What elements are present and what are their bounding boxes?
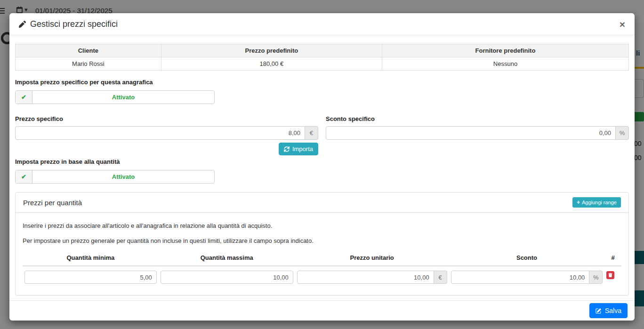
specific-price-toggle-state: Attivato bbox=[32, 91, 214, 104]
import-button[interactable]: Importa bbox=[279, 143, 318, 155]
pencil-icon bbox=[19, 21, 26, 28]
specific-price-toggle[interactable]: ✔ Attivato bbox=[15, 90, 215, 104]
specific-price-section-label: Imposta prezzo specifico per questa anag… bbox=[15, 79, 629, 86]
quantity-description-line-2: Per impostare un prezzo generale per qua… bbox=[23, 237, 621, 244]
add-range-button-label: Aggiungi range bbox=[582, 200, 617, 205]
row-discount-input[interactable] bbox=[451, 271, 590, 284]
qty-header-unit-price: Prezzo unitario bbox=[295, 252, 449, 266]
specific-price-input[interactable] bbox=[15, 126, 305, 140]
modal-footer: Salva bbox=[9, 300, 635, 321]
customer-summary-table: Cliente Prezzo predefinito Fornitore pre… bbox=[15, 44, 629, 71]
close-icon[interactable]: × bbox=[620, 19, 625, 29]
modal-header: Gestisci prezzi specifici × bbox=[9, 13, 635, 35]
euro-addon: € bbox=[434, 271, 447, 284]
plus-icon: + bbox=[577, 199, 580, 206]
table-row: € % bbox=[23, 266, 621, 285]
min-quantity-input[interactable] bbox=[24, 271, 157, 284]
max-quantity-input[interactable] bbox=[161, 271, 293, 284]
quantity-prices-panel-body: Inserire i prezzi da associare all'artic… bbox=[16, 213, 628, 295]
quantity-prices-panel-header: Prezzi per quantità + Aggiungi range bbox=[16, 193, 628, 213]
save-button-label: Salva bbox=[605, 307, 621, 314]
quantity-price-toggle[interactable]: ✔ Attivato bbox=[15, 170, 215, 184]
qty-header-actions: # bbox=[604, 252, 621, 266]
specific-discount-label: Sconto specifico bbox=[326, 115, 629, 122]
specific-discount-field-group: Sconto specifico % bbox=[326, 115, 629, 155]
modal-title-text: Gestisci prezzi specifici bbox=[30, 19, 118, 29]
quantity-description-line-1: Inserire i prezzi da associare all'artic… bbox=[23, 222, 621, 229]
euro-addon: € bbox=[305, 126, 318, 140]
specific-price-label: Prezzo specifico bbox=[15, 115, 318, 122]
summary-header-fornitore-predefinito: Fornitore predefinito bbox=[382, 44, 628, 57]
qty-header-min: Quantità minima bbox=[23, 252, 159, 266]
summary-header-prezzo-predefinito: Prezzo predefinito bbox=[161, 44, 382, 57]
quantity-prices-panel: Prezzi per quantità + Aggiungi range Ins… bbox=[15, 192, 629, 296]
specific-discount-input[interactable] bbox=[326, 126, 616, 140]
summary-cell-prezzo-predefinito: 180,00 € bbox=[161, 57, 382, 71]
summary-cell-cliente: Mario Rossi bbox=[16, 57, 161, 71]
modal-title: Gestisci prezzi specifici bbox=[19, 19, 118, 29]
specific-price-field-group: Prezzo specifico € Importa bbox=[15, 115, 318, 155]
save-button[interactable]: Salva bbox=[589, 303, 628, 318]
import-button-label: Importa bbox=[292, 145, 313, 152]
quantity-price-toggle-state: Attivato bbox=[32, 170, 214, 183]
add-range-button[interactable]: + Aggiungi range bbox=[572, 197, 621, 208]
edit-icon bbox=[596, 308, 602, 314]
manage-specific-prices-modal: Gestisci prezzi specifici × Cliente Prez… bbox=[9, 13, 635, 321]
quantity-price-section-label: Imposta prezzo in base alla quantità bbox=[15, 158, 629, 165]
quantity-prices-panel-title: Prezzi per quantità bbox=[23, 199, 82, 207]
quantity-prices-table: Quantità minima Quantità massima Prezzo … bbox=[23, 252, 621, 285]
summary-header-cliente: Cliente bbox=[16, 44, 161, 57]
table-row: Mario Rossi 180,00 € Nessuno bbox=[16, 57, 629, 71]
sync-icon bbox=[284, 146, 290, 152]
summary-cell-fornitore-predefinito: Nessuno bbox=[382, 57, 628, 71]
percent-addon: % bbox=[616, 126, 629, 140]
percent-addon: % bbox=[589, 271, 603, 284]
check-icon: ✔ bbox=[16, 170, 32, 183]
qty-header-discount: Sconto bbox=[449, 252, 605, 266]
modal-body: Cliente Prezzo predefinito Fornitore pre… bbox=[9, 35, 635, 300]
delete-row-button[interactable] bbox=[606, 271, 614, 279]
unit-price-input[interactable] bbox=[297, 271, 434, 284]
check-icon: ✔ bbox=[16, 91, 32, 104]
qty-header-max: Quantità massima bbox=[159, 252, 295, 266]
trash-icon bbox=[608, 273, 612, 277]
